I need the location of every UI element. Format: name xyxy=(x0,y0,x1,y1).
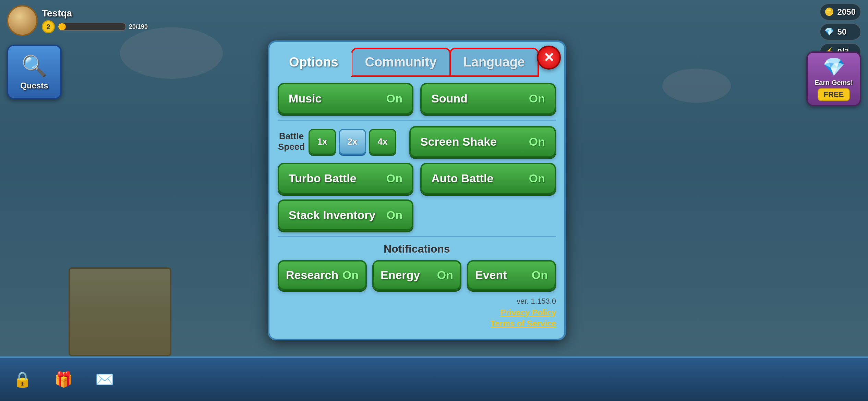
tab-options-label: Options xyxy=(289,55,338,69)
energy-button[interactable]: Energy On xyxy=(372,260,461,290)
tab-community-label: Community xyxy=(365,55,437,69)
notifications-row: Research On Energy On Event On xyxy=(278,260,556,290)
research-status: On xyxy=(342,268,359,282)
divider-2 xyxy=(278,236,556,237)
sound-status: On xyxy=(529,92,545,105)
modal-container: ✕ Options Community Language Music On xyxy=(0,0,868,401)
stack-inventory-status: On xyxy=(386,208,402,222)
turbo-auto-row: Turbo Battle On Auto Battle On xyxy=(278,163,556,194)
screen-shake-status: On xyxy=(529,135,545,148)
stack-inventory-button[interactable]: Stack Inventory On xyxy=(278,199,413,231)
music-button[interactable]: Music On xyxy=(278,83,413,114)
divider-1 xyxy=(278,120,556,121)
music-sound-row: Music On Sound On xyxy=(278,83,556,114)
event-label: Event xyxy=(475,268,507,282)
auto-battle-button[interactable]: Auto Battle On xyxy=(420,163,556,194)
close-icon: ✕ xyxy=(543,50,554,65)
battle-speed-screen-shake-row: Battle Speed 1x 2x 4x xyxy=(278,126,556,157)
screen-shake-label: Screen Shake xyxy=(420,135,497,148)
tab-language[interactable]: Language xyxy=(450,48,538,76)
energy-status: On xyxy=(437,268,453,282)
event-status: On xyxy=(532,268,548,282)
speed-4x-button[interactable]: 4x xyxy=(369,129,396,155)
footer-links: Privacy Policy Terms of Service xyxy=(278,308,556,328)
energy-label: Energy xyxy=(381,268,420,282)
tab-community[interactable]: Community xyxy=(352,48,450,76)
speed-2x-button[interactable]: 2x xyxy=(339,129,366,155)
tab-language-label: Language xyxy=(463,55,525,69)
turbo-battle-button[interactable]: Turbo Battle On xyxy=(278,163,413,194)
speed-buttons: 1x 2x 4x xyxy=(309,129,396,155)
music-label: Music xyxy=(289,92,322,105)
tabs-row: Options Community Language xyxy=(269,42,564,76)
options-modal: ✕ Options Community Language Music On xyxy=(268,40,566,340)
music-status: On xyxy=(386,92,402,105)
modal-footer: ver. 1.153.0 Privacy Policy Terms of Ser… xyxy=(269,297,564,328)
turbo-battle-label: Turbo Battle xyxy=(289,172,357,185)
tab-options[interactable]: Options xyxy=(276,48,352,76)
notifications-title: Notifications xyxy=(278,243,556,255)
privacy-policy-link[interactable]: Privacy Policy xyxy=(500,308,556,317)
auto-battle-status: On xyxy=(529,172,545,185)
stack-inventory-row: Stack Inventory On xyxy=(278,199,556,231)
turbo-battle-status: On xyxy=(386,172,402,185)
close-button[interactable]: ✕ xyxy=(537,46,561,70)
speed-1x-button[interactable]: 1x xyxy=(309,129,336,155)
sound-label: Sound xyxy=(431,92,468,105)
battle-speed-label: Battle Speed xyxy=(278,131,305,152)
stack-inventory-label: Stack Inventory xyxy=(289,208,375,222)
auto-battle-label: Auto Battle xyxy=(431,172,493,185)
screen-shake-button[interactable]: Screen Shake On xyxy=(409,126,556,157)
version-text: ver. 1.153.0 xyxy=(278,297,556,306)
research-label: Research xyxy=(286,268,338,282)
event-button[interactable]: Event On xyxy=(467,260,556,290)
terms-of-service-link[interactable]: Terms of Service xyxy=(490,319,556,328)
modal-content: Music On Sound On Battle Speed xyxy=(269,76,564,297)
notifications-section: Notifications Research On Energy On Even… xyxy=(278,243,556,290)
sound-button[interactable]: Sound On xyxy=(420,83,556,114)
research-button[interactable]: Research On xyxy=(278,260,367,290)
